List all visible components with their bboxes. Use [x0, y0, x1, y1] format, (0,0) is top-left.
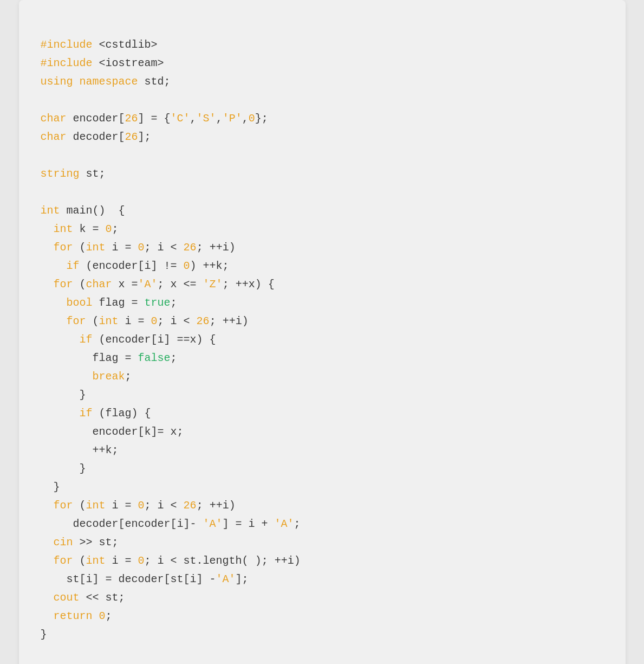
- keyword-if3: if: [80, 407, 93, 420]
- keyword-for4: for: [54, 499, 73, 512]
- keyword-return: return: [54, 610, 93, 622]
- keyword-include2: #include: [41, 57, 93, 69]
- keyword-for5: for: [54, 555, 73, 567]
- keyword-int3: int: [99, 315, 119, 327]
- code-block: #include <cstdlib> #include <iostream> u…: [41, 17, 604, 662]
- keyword-int5: int: [86, 555, 106, 567]
- keyword-char3: char: [86, 278, 112, 291]
- keyword-int-main: int: [41, 204, 60, 217]
- keyword-for2: for: [54, 278, 73, 291]
- keyword-cout: cout: [54, 591, 80, 604]
- keyword-using: using: [41, 75, 73, 88]
- keyword-int4: int: [86, 499, 106, 512]
- keyword-for3: for: [67, 315, 86, 327]
- keyword-namespace: namespace: [80, 75, 138, 88]
- keyword-false: false: [138, 352, 171, 364]
- keyword-for1: for: [54, 241, 73, 254]
- keyword-break: break: [93, 370, 125, 383]
- keyword-if1: if: [67, 260, 80, 272]
- keyword-cin: cin: [54, 536, 73, 549]
- keyword-true: true: [145, 296, 171, 309]
- keyword-int2: int: [86, 241, 106, 254]
- keyword-char2: char: [41, 131, 67, 143]
- keyword-include1: #include: [41, 38, 93, 51]
- keyword-string: string: [41, 167, 80, 180]
- keyword-bool: bool: [67, 296, 93, 309]
- code-container: #include <cstdlib> #include <iostream> u…: [19, 0, 626, 664]
- keyword-if2: if: [80, 333, 93, 346]
- keyword-char1: char: [41, 112, 67, 125]
- keyword-int1: int: [54, 223, 73, 235]
